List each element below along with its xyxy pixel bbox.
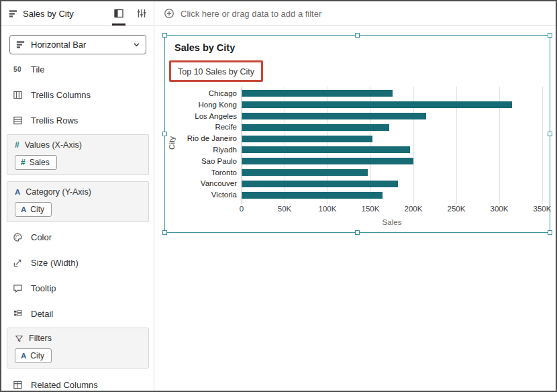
viz-type-label: Horizontal Bar bbox=[31, 40, 128, 50]
sidebar-tabs bbox=[112, 1, 148, 26]
sliders-icon bbox=[136, 8, 147, 19]
category-label: Toronto bbox=[165, 167, 242, 179]
bar-row bbox=[242, 133, 542, 144]
sidebar-item-detail[interactable]: Detail bbox=[1, 305, 154, 322]
sidebar-title-label: Sales by City bbox=[23, 9, 74, 19]
trellis-columns-icon bbox=[11, 90, 23, 100]
resize-handle-ne[interactable] bbox=[548, 33, 552, 38]
bar-track bbox=[242, 88, 542, 201]
sidebar-body: Horizontal Bar 50 Tile Trellis Columns bbox=[1, 26, 154, 392]
app-window: Sales by City Hor bbox=[0, 0, 557, 392]
measure-hash-icon: # bbox=[21, 158, 26, 167]
tile-50-icon: 50 bbox=[11, 66, 23, 73]
sidebar-item-color[interactable]: Color bbox=[1, 228, 154, 246]
section-values-x-axis[interactable]: # Values (X-Axis) # Sales bbox=[7, 134, 149, 175]
chip-filter-city-label: City bbox=[30, 351, 44, 360]
resize-handle-w[interactable] bbox=[162, 132, 167, 136]
sidebar-item-tooltip[interactable]: Tooltip bbox=[1, 279, 154, 297]
bar[interactable] bbox=[242, 192, 383, 199]
bar[interactable] bbox=[242, 90, 393, 97]
bar[interactable] bbox=[242, 169, 368, 176]
x-tick-label: 0 bbox=[240, 205, 244, 213]
section-values-label: Values (X-Axis) bbox=[25, 140, 82, 150]
horizontal-bar-icon bbox=[15, 40, 26, 50]
horizontal-bar-icon bbox=[8, 9, 18, 19]
bar[interactable] bbox=[242, 124, 389, 131]
viz-subtitle: Top 10 Sales by City bbox=[178, 67, 254, 77]
section-values-header: # Values (X-Axis) bbox=[15, 140, 141, 150]
tab-grammar-panel[interactable] bbox=[112, 1, 125, 26]
bar-row bbox=[242, 167, 542, 179]
bar[interactable] bbox=[242, 101, 512, 108]
sidebar-item-trellis-rows[interactable]: Trellis Rows bbox=[1, 111, 154, 129]
tab-properties[interactable] bbox=[135, 1, 148, 26]
category-label: Hong Kong bbox=[165, 99, 242, 111]
category-label: Recife bbox=[165, 121, 242, 133]
annotation-highlight-box: Top 10 Sales by City bbox=[169, 60, 263, 82]
chip-sales[interactable]: # Sales bbox=[15, 155, 57, 170]
resize-handle-se[interactable] bbox=[548, 230, 552, 235]
main-area: Click here or drag data to add a filter … bbox=[155, 1, 556, 391]
attribute-a-icon: A bbox=[15, 188, 20, 196]
category-label: Riyadh bbox=[165, 144, 242, 156]
trellis-rows-icon bbox=[11, 115, 23, 126]
bar-row bbox=[242, 111, 542, 122]
x-tick-label: 300K bbox=[491, 205, 509, 213]
bar[interactable] bbox=[242, 136, 372, 142]
plus-circle-icon bbox=[164, 8, 174, 19]
chip-city[interactable]: A City bbox=[15, 202, 52, 217]
resize-handle-s[interactable] bbox=[355, 230, 360, 235]
section-filters-header: Filters bbox=[15, 333, 141, 344]
detail-grid-icon bbox=[11, 309, 23, 319]
x-tick-label: 100K bbox=[319, 205, 337, 213]
grammar-panel-icon bbox=[113, 8, 124, 19]
resize-handle-nw[interactable] bbox=[162, 33, 167, 38]
bar-row bbox=[242, 121, 542, 133]
category-label: Victoria bbox=[165, 189, 242, 201]
chip-sales-label: Sales bbox=[30, 158, 50, 167]
canvas[interactable]: Sales by City Top 10 Sales by City City … bbox=[155, 26, 556, 392]
related-columns-icon bbox=[11, 380, 23, 390]
section-category-y-axis[interactable]: A Category (Y-Axis) A City bbox=[7, 181, 149, 222]
sidebar-item-tile[interactable]: 50 Tile bbox=[1, 60, 154, 78]
bar[interactable] bbox=[242, 158, 413, 164]
section-filters-label: Filters bbox=[29, 334, 52, 343]
bar-row bbox=[242, 99, 542, 111]
bar-chart: ChicagoHong KongLos AngelesRecifeRio de … bbox=[165, 88, 542, 201]
resize-handle-n[interactable] bbox=[355, 33, 360, 38]
x-tick-label: 150K bbox=[362, 205, 380, 213]
category-label: Vancouver bbox=[165, 178, 242, 189]
tooltip-bubble-icon bbox=[11, 283, 23, 293]
sidebar-title: Sales by City bbox=[8, 9, 74, 19]
bar[interactable] bbox=[242, 181, 398, 187]
resize-handle-sw[interactable] bbox=[162, 230, 167, 235]
category-labels: ChicagoHong KongLos AngelesRecifeRio de … bbox=[165, 88, 242, 201]
sidebar-item-trellis-columns[interactable]: Trellis Columns bbox=[1, 86, 154, 103]
filter-bar[interactable]: Click here or drag data to add a filter bbox=[155, 1, 556, 26]
x-axis-ticks: 050K100K150K200K250K300K350K bbox=[242, 205, 542, 214]
sidebar-item-related-columns[interactable]: Related Columns bbox=[1, 376, 154, 392]
bar-row bbox=[242, 88, 542, 99]
chip-city-label: City bbox=[30, 205, 44, 214]
visualization-sales-by-city[interactable]: Sales by City Top 10 Sales by City City … bbox=[164, 35, 550, 233]
category-label: Sao Paulo bbox=[165, 156, 242, 167]
chip-filter-city[interactable]: A City bbox=[15, 348, 52, 363]
bar[interactable] bbox=[242, 113, 426, 119]
attribute-a-icon: A bbox=[21, 205, 26, 213]
x-tick-label: 250K bbox=[448, 205, 466, 213]
section-filters[interactable]: Filters A City bbox=[7, 328, 149, 369]
category-label: Los Angeles bbox=[165, 111, 242, 122]
x-tick-label: 350K bbox=[534, 205, 552, 213]
chevron-down-icon bbox=[133, 41, 140, 48]
attribute-a-icon: A bbox=[21, 352, 26, 360]
viz-type-dropdown[interactable]: Horizontal Bar bbox=[9, 35, 146, 54]
measure-hash-icon: # bbox=[15, 140, 19, 150]
x-axis-label: Sales bbox=[242, 218, 542, 226]
filter-funnel-icon bbox=[15, 334, 23, 343]
filter-bar-prompt: Click here or drag data to add a filter bbox=[181, 9, 321, 19]
color-palette-icon bbox=[11, 232, 23, 242]
bar[interactable] bbox=[242, 146, 410, 153]
sidebar-item-size-width[interactable]: Size (Width) bbox=[1, 254, 154, 271]
sidebar-header: Sales by City bbox=[1, 1, 154, 26]
resize-handle-e[interactable] bbox=[548, 132, 552, 136]
